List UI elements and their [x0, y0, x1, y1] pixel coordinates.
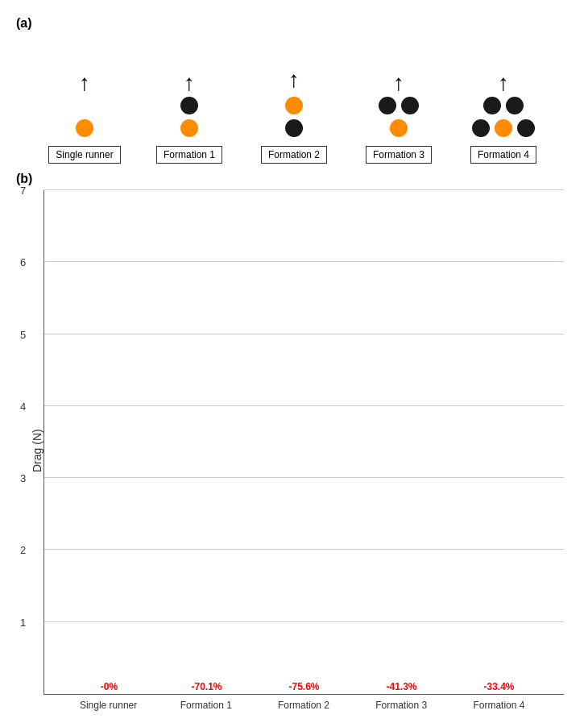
formation-3: ↑ Formation 3: [346, 51, 451, 164]
dot-black-4-bl: [472, 119, 490, 137]
arrow-layer-0: ↑: [79, 70, 90, 94]
dot-orange-1: [180, 119, 198, 137]
bar-group-2: -75.6%: [255, 681, 353, 694]
x-label-1: Formation 1: [157, 700, 255, 711]
formation-label-3: Formation 3: [366, 146, 432, 164]
bar-pct-3: -41.3%: [386, 681, 416, 692]
formation-label-0: Single runner: [48, 146, 120, 164]
dot-black-2-bot: [285, 119, 303, 137]
y-tick-label-3: 3: [20, 472, 26, 484]
dot-black-3-tr: [401, 97, 419, 114]
bottom-dots-row-4: [472, 119, 535, 137]
x-axis-labels: Single runnerFormation 1Formation 2Forma…: [43, 695, 564, 711]
chart-area: Drag (N) 1234567-0%-70.1%-75.6%-41.3%-33…: [24, 190, 564, 711]
y-tick-label-5: 5: [20, 328, 26, 340]
arrow-layer-2: ↑: [288, 54, 300, 94]
arrow-layer-4: ↑: [498, 70, 509, 94]
chart-inner: 1234567-0%-70.1%-75.6%-41.3%-33.4% Singl…: [43, 190, 564, 711]
bar-pct-1: -70.1%: [191, 681, 222, 692]
formation-label-1: Formation 1: [156, 146, 222, 164]
arrow-layer-3: ↑: [393, 70, 404, 94]
y-tick-label-2: 2: [20, 544, 26, 556]
x-label-2: Formation 2: [255, 700, 352, 711]
formation-1: ↑ Formation 1: [137, 51, 242, 164]
arrow-icon-1: ↑: [184, 72, 195, 94]
top-dot-layer-4: [483, 94, 524, 117]
chart-container: Drag (N) 1234567-0%-70.1%-75.6%-41.3%-33…: [16, 190, 572, 711]
formations-row: ↑ Single runner ↑: [16, 35, 572, 164]
formation-label-4: Formation 4: [470, 146, 536, 164]
top-dot-layer-1: [180, 94, 198, 117]
formation-label-2: Formation 2: [261, 146, 327, 164]
x-label-3: Formation 3: [353, 700, 450, 711]
bar-pct-0: -0%: [101, 681, 118, 692]
formation-3-visual: ↑: [379, 51, 419, 139]
panel-a-label: (a): [16, 16, 572, 31]
bar-pct-4: -33.4%: [483, 681, 514, 692]
y-axis-label: Drag (N): [24, 190, 43, 711]
bar-group-3: -41.3%: [353, 681, 450, 694]
bottom-dot-layer-0: [76, 117, 93, 139]
main-container: (a) ↑ Single runner: [0, 0, 588, 727]
bottom-dot-layer-4: [472, 117, 535, 139]
dot-orange-2-top: [285, 97, 303, 114]
bar-group-4: -33.4%: [450, 681, 548, 694]
dot-orange-4-bc: [495, 119, 512, 137]
y-tick-label-1: 1: [20, 616, 26, 628]
bar-group-1: -70.1%: [158, 681, 255, 694]
dot-black-3-tl: [379, 97, 396, 114]
arrow-icon-2: ↑: [288, 69, 300, 91]
formation-2-visual: ↑: [285, 51, 303, 139]
panel-b-label: (b): [16, 172, 572, 186]
formation-single-runner: ↑ Single runner: [32, 51, 137, 164]
top-dot-layer-2: [285, 94, 303, 117]
panel-a: (a) ↑ Single runner: [16, 16, 572, 164]
dot-black-4-tl: [483, 97, 501, 114]
y-tick-label-7: 7: [20, 185, 26, 197]
panel-b: (b) Drag (N) 1234567-0%-70.1%-75.6%-41.3…: [16, 172, 572, 711]
bottom-dot-layer-1: [180, 117, 198, 139]
y-tick-label-6: 6: [20, 256, 26, 268]
arrow-icon-3: ↑: [393, 72, 404, 94]
top-dot-layer-3: [379, 94, 419, 117]
bar-group-0: -0%: [60, 681, 158, 694]
x-label-0: Single runner: [60, 700, 157, 711]
formation-1-visual: ↑: [180, 51, 198, 139]
formation-2: ↑ Formation 2: [242, 51, 346, 164]
top-dots-row-3: [379, 97, 419, 114]
dot-black-4-br: [517, 119, 535, 137]
top-dots-row-4: [483, 97, 524, 114]
dot-orange-3-bot: [390, 119, 408, 137]
bottom-dot-layer-3: [390, 117, 408, 139]
dot-orange-0: [76, 119, 93, 137]
bar-pct-2: -75.6%: [288, 681, 319, 692]
chart-plot: 1234567-0%-70.1%-75.6%-41.3%-33.4%: [43, 190, 564, 695]
arrow-icon-0: ↑: [79, 72, 90, 94]
formation-single-visual: ↑: [76, 51, 93, 139]
dot-black-4-tr: [506, 97, 524, 114]
dot-black-1-top: [180, 97, 198, 114]
x-label-4: Formation 4: [450, 700, 548, 711]
formation-4: ↑: [451, 51, 556, 164]
arrow-layer-1: ↑: [184, 70, 195, 94]
bars-row: -0%-70.1%-75.6%-41.3%-33.4%: [44, 190, 564, 694]
arrow-icon-4: ↑: [498, 72, 509, 94]
bottom-dot-layer-2: [285, 117, 303, 139]
formation-4-visual: ↑: [472, 51, 535, 139]
y-tick-label-4: 4: [20, 400, 26, 412]
